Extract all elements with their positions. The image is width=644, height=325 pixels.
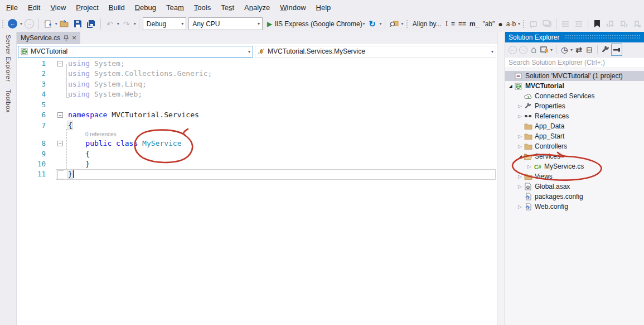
- comment-out-button[interactable]: [527, 17, 540, 31]
- tree-item-packages-config[interactable]: packages.config: [505, 192, 644, 202]
- rail-tab-server-explorer[interactable]: Server Explorer: [5, 35, 12, 82]
- platform-combo[interactable]: Any CPU▾: [188, 17, 263, 30]
- uncomment-button[interactable]: [540, 17, 554, 31]
- chevron-down-icon[interactable]: ▾: [134, 21, 136, 26]
- refresh-button[interactable]: ↻: [366, 17, 379, 31]
- chevron-down-icon[interactable]: ▾: [570, 47, 573, 52]
- word-spacing-icon[interactable]: a·b: [505, 20, 517, 28]
- navigate-to-button[interactable]: [388, 17, 401, 31]
- tree-item-references[interactable]: ▷References: [505, 111, 644, 121]
- chevron-down-icon[interactable]: ▾: [518, 21, 520, 26]
- debug-configuration-combo[interactable]: Debug▾: [143, 17, 186, 30]
- undo-button[interactable]: ↶: [103, 17, 117, 31]
- collapse-all-button[interactable]: ⊟: [584, 44, 594, 55]
- sync-with-active-document-button[interactable]: ⇄: [574, 44, 584, 55]
- collapsed-arrow-icon[interactable]: ▷: [517, 113, 523, 119]
- collapsed-arrow-icon[interactable]: ▷: [517, 174, 523, 179]
- close-icon[interactable]: ×: [72, 35, 76, 41]
- codelens-references[interactable]: 0 references: [17, 131, 497, 138]
- code-line-10[interactable]: 10 }: [17, 159, 497, 169]
- chevron-down-icon[interactable]: ▾: [401, 21, 404, 26]
- toolbar-grip[interactable]: [2, 20, 4, 28]
- align-by-button[interactable]: Align by...: [410, 17, 444, 31]
- increase-indent-button[interactable]: [572, 17, 585, 31]
- code-line-5[interactable]: 5: [17, 100, 497, 110]
- tree-item-app-start[interactable]: ▷App_Start: [505, 131, 644, 141]
- collapsed-arrow-icon[interactable]: ▷: [526, 164, 532, 169]
- menu-file[interactable]: File: [1, 0, 23, 16]
- navigate-back-button[interactable]: ←: [6, 17, 20, 31]
- menu-help[interactable]: Help: [311, 0, 336, 16]
- code-line-9[interactable]: 9 {: [17, 149, 497, 159]
- fold-collapse-icon[interactable]: −: [57, 61, 63, 66]
- save-all-button[interactable]: [85, 17, 98, 31]
- tree-item-web-config[interactable]: ▷Web.config: [505, 202, 644, 212]
- menu-debug[interactable]: Debug: [130, 0, 161, 16]
- solution-explorer-title-bar[interactable]: Solution Explorer: [505, 32, 644, 42]
- pending-changes-filter-button[interactable]: ◷: [559, 44, 569, 55]
- code-line-4[interactable]: 4using System.Web;: [17, 89, 497, 99]
- tree-item-global-asax[interactable]: ▷Global.asax: [505, 181, 644, 192]
- tab-myservice-cs[interactable]: MyService.cs ×: [17, 32, 80, 44]
- new-project-button[interactable]: [41, 17, 55, 31]
- tree-item-controllers[interactable]: ▷Controllers: [505, 141, 644, 151]
- se-back-button[interactable]: ←: [507, 44, 517, 55]
- collapsed-arrow-icon[interactable]: ▷: [517, 133, 523, 139]
- tree-item-solution-mvctutorial-1-project[interactable]: ∞Solution 'MVCTutorial' (1 project): [505, 71, 644, 81]
- equals-format-icon[interactable]: =: [449, 20, 457, 28]
- ibeam-cursor-icon[interactable]: I: [444, 20, 449, 28]
- menu-window[interactable]: Window: [275, 0, 311, 16]
- code-line-11[interactable]: 11}: [17, 169, 497, 179]
- pin-icon[interactable]: [64, 35, 69, 41]
- tree-item-myservice-cs[interactable]: ▷C#MyService.cs: [505, 161, 644, 171]
- rail-tab-toolbox[interactable]: Toolbox: [5, 89, 12, 113]
- next-bookmark-button[interactable]: [617, 17, 631, 31]
- start-debug-button[interactable]: ▶ IIS Express (Google Chrome): [264, 17, 362, 31]
- menu-project[interactable]: Project: [71, 0, 103, 16]
- filled-circle-icon[interactable]: ●: [496, 20, 504, 28]
- redo-button[interactable]: ↷: [120, 17, 133, 31]
- menu-view[interactable]: View: [45, 0, 71, 16]
- chevron-down-icon[interactable]: ▾: [380, 21, 382, 26]
- quoted-text-icon[interactable]: "ab": [481, 20, 496, 28]
- open-file-button[interactable]: [58, 17, 71, 31]
- navigate-forward-button[interactable]: →: [23, 17, 36, 31]
- properties-button[interactable]: [601, 44, 611, 55]
- code-line-8[interactable]: 8− public class MyService: [17, 138, 497, 149]
- se-home-button[interactable]: ⌂: [529, 44, 539, 55]
- collapsed-arrow-icon[interactable]: ▷: [517, 103, 523, 109]
- trailing-underscore-icon[interactable]: m_: [468, 20, 481, 28]
- chevron-down-icon[interactable]: ▾: [20, 21, 22, 26]
- code-line-6[interactable]: 6−namespace MVCTutorial.Services: [17, 110, 497, 120]
- code-line-7[interactable]: 7{: [17, 121, 497, 131]
- switch-views-button[interactable]: [539, 44, 549, 55]
- tree-item-connected-services[interactable]: Connected Services: [505, 91, 644, 101]
- collapsed-arrow-icon[interactable]: ▷: [517, 184, 523, 189]
- code-line-2[interactable]: 2using System.Collections.Generic;: [17, 69, 497, 79]
- expanded-arrow-icon[interactable]: ◢: [507, 84, 514, 89]
- member-dropdown[interactable]: MVCTutorial.Services.MyService ▾: [255, 46, 496, 58]
- menu-build[interactable]: Build: [104, 0, 130, 16]
- menu-analyze[interactable]: Analyze: [239, 0, 275, 16]
- code-line-1[interactable]: 1−using System;: [17, 59, 497, 69]
- toolbar-grip[interactable]: [406, 20, 409, 28]
- menu-team[interactable]: Team: [161, 0, 189, 16]
- code-line-3[interactable]: 3using System.Linq;: [17, 79, 497, 89]
- fold-collapse-icon[interactable]: −: [57, 112, 63, 118]
- tree-item-views[interactable]: ▷Views: [505, 171, 644, 181]
- save-button[interactable]: [71, 17, 85, 31]
- collapsed-arrow-icon[interactable]: ▷: [517, 204, 523, 209]
- previous-bookmark-button[interactable]: [604, 17, 617, 31]
- tree-item-mvctutorial[interactable]: ◢MVCTutorial: [505, 81, 644, 91]
- tree-item-properties[interactable]: ▷Properties: [505, 101, 644, 111]
- project-dropdown[interactable]: MVCTutorial ▾: [18, 46, 253, 58]
- chevron-down-icon[interactable]: ▾: [55, 21, 57, 26]
- collapsed-arrow-icon[interactable]: ▷: [517, 144, 523, 149]
- chevron-down-icon[interactable]: ▾: [550, 47, 553, 52]
- tree-item-app-data[interactable]: App_Data: [505, 121, 644, 131]
- tree-item-services[interactable]: ◢Services: [505, 151, 644, 161]
- menu-tools[interactable]: Tools: [189, 0, 216, 16]
- fold-collapse-icon[interactable]: −: [57, 141, 63, 146]
- double-equals-format-icon[interactable]: ==: [457, 20, 468, 28]
- editor-vertical-scrollbar[interactable]: [497, 32, 505, 325]
